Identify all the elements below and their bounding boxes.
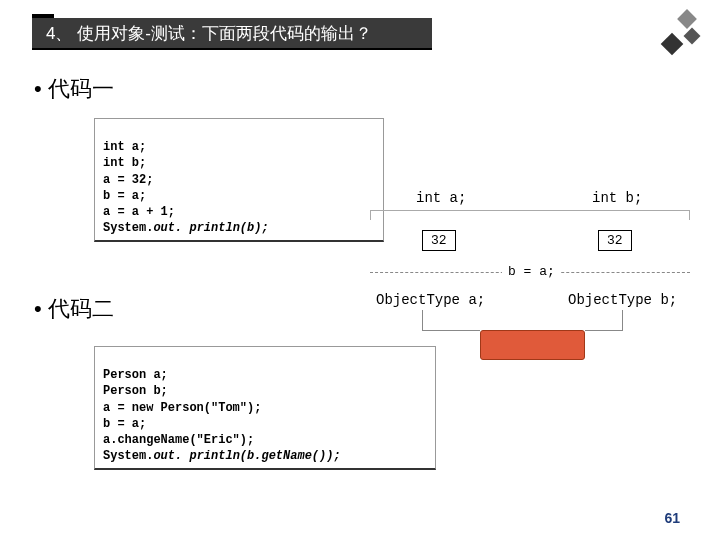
memory-diagram: int a; int b; 32 32 b = a; ObjectType a;… <box>360 170 700 370</box>
code-block-one: int a; int b; a = 32; b = a; a = a + 1; … <box>94 118 384 242</box>
diagram-mid-label: b = a; <box>502 264 561 279</box>
corner-decoration <box>650 8 700 58</box>
bullet-code-one: • 代码一 <box>34 74 114 104</box>
code-line: Person b; <box>103 384 168 398</box>
code-line: b = a; <box>103 189 146 203</box>
page-number: 61 <box>664 510 680 526</box>
code-line: int b; <box>103 156 146 170</box>
code-line: int a; <box>103 140 146 154</box>
code-line: System.out. println(b.getName()); <box>103 449 341 463</box>
code-line: a.changeName("Eric"); <box>103 433 254 447</box>
code-line: a = 32; <box>103 173 153 187</box>
diagram-obj-a: ObjectType a; <box>376 292 485 308</box>
diagram-object-box <box>480 330 585 360</box>
diagram-value-b: 32 <box>598 230 632 251</box>
slide-title: 4、 使用对象-测试：下面两段代码的输出？ <box>32 18 432 50</box>
code-line: b = a; <box>103 417 146 431</box>
code-line: Person a; <box>103 368 168 382</box>
diagram-obj-b: ObjectType b; <box>568 292 677 308</box>
code-line: System.out. println(b); <box>103 221 269 235</box>
diagram-int-a: int a; <box>416 190 466 206</box>
code-line: a = new Person("Tom"); <box>103 401 261 415</box>
code-line: a = a + 1; <box>103 205 175 219</box>
title-underline <box>32 48 432 50</box>
diagram-value-a: 32 <box>422 230 456 251</box>
diagram-int-b: int b; <box>592 190 642 206</box>
bullet-code-two: • 代码二 <box>34 294 114 324</box>
